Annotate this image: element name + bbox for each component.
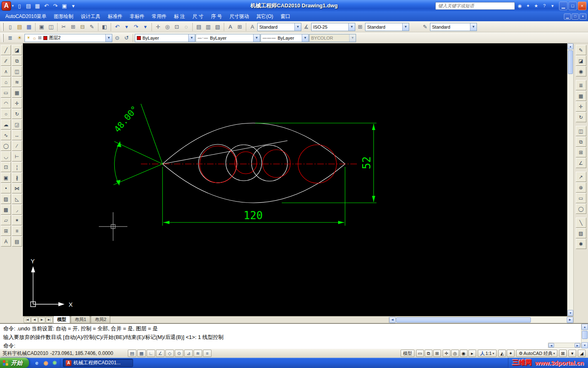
arc-tool[interactable]: ◠ <box>1 98 11 108</box>
extend-tool[interactable]: ⊢ <box>12 151 22 162</box>
scroll-right-button[interactable]: ▶ <box>567 317 573 323</box>
properties-icon[interactable]: ▤ <box>194 22 203 31</box>
chamfer-tool[interactable]: ◺ <box>12 194 22 204</box>
lineweight-toggle[interactable]: ≡ <box>203 350 212 357</box>
line-tool[interactable]: ╱ <box>1 45 11 55</box>
hatch-tool[interactable]: ▨ <box>1 194 11 204</box>
insert-block-tool[interactable]: ⊡ <box>1 162 11 172</box>
region-tool[interactable]: ▱ <box>1 215 11 225</box>
command-prompt-line[interactable]: 命令: <box>3 342 578 348</box>
block-editor-icon[interactable]: ◧ <box>100 22 109 31</box>
coordinates-readout[interactable]: -273.0961, 185.7406, 0.0000 <box>50 350 126 356</box>
menu-standard-parts[interactable]: 标准件 <box>104 12 126 21</box>
command-vscroll-thumb[interactable] <box>582 331 588 339</box>
vscroll-thumb[interactable] <box>568 50 573 74</box>
move-view-icon[interactable]: ✛ <box>576 101 586 112</box>
qat-open-icon[interactable]: ▤ <box>24 2 33 10</box>
redo-icon[interactable]: ↷ <box>131 22 140 31</box>
point-tool[interactable]: • <box>1 183 11 193</box>
command-scroll-left-button[interactable]: ◀ <box>548 343 554 348</box>
tab-layout2[interactable]: 布局2 <box>91 316 110 323</box>
menu-dimension-drive[interactable]: 尺寸驱动 <box>226 12 253 21</box>
communication-center-icon[interactable]: ✦ <box>524 2 532 9</box>
msn-quicklaunch-icon[interactable]: ❋ <box>51 359 58 367</box>
menu-dimension[interactable]: 尺 寸 <box>189 12 207 21</box>
redline-circle-icon[interactable]: ◉ <box>576 66 586 76</box>
model-space-button[interactable]: 模型 <box>401 350 414 357</box>
qat-menu-arrow-icon[interactable]: ▾ <box>69 2 78 10</box>
undo-icon[interactable]: ↶ <box>113 22 122 31</box>
qat-undo-icon[interactable]: ↶ <box>42 2 51 10</box>
leader-icon[interactable]: ↗ <box>576 172 586 182</box>
osnap-toggle[interactable]: ◇ <box>165 350 174 357</box>
pan-icon[interactable]: ✛ <box>154 22 163 31</box>
paste-icon[interactable]: ⊟ <box>78 22 87 31</box>
gradient-tool[interactable]: ▩ <box>1 204 11 215</box>
hatch-icon[interactable]: ▨ <box>576 228 586 238</box>
regen-icon[interactable]: ↻ <box>576 112 586 122</box>
print-icon[interactable]: ▣ <box>37 22 46 31</box>
rectangle-tool[interactable]: ▭ <box>1 88 11 98</box>
qat-save-icon[interactable]: ▦ <box>33 2 42 10</box>
combo-arrow-icon[interactable]: ▼ <box>188 34 195 42</box>
open-file-icon[interactable]: ▤ <box>15 22 24 31</box>
scroll-up-button[interactable]: ▲ <box>568 43 573 49</box>
text-style-combo[interactable]: Standard ▼ <box>257 23 301 31</box>
qat-print-icon[interactable]: ▣ <box>60 2 69 10</box>
status-menu-button[interactable]: ▾ <box>568 350 576 357</box>
ellipse-arc-tool[interactable]: ◡ <box>1 151 11 162</box>
print-preview-icon[interactable]: ◫ <box>47 22 56 31</box>
toolbar-lock-button[interactable]: ⊠ <box>559 350 567 357</box>
revision-cloud-tool[interactable]: ☁ <box>1 119 11 130</box>
vscroll-track[interactable] <box>568 49 573 310</box>
break-tool[interactable]: ∦ <box>12 173 22 183</box>
sketch-icon[interactable]: ✎ <box>576 45 586 55</box>
combo-arrow-icon[interactable]: ▼ <box>302 34 308 42</box>
construction-line-tool[interactable]: ∕∕ <box>1 56 11 66</box>
layout-icon[interactable]: ▭ <box>416 350 424 357</box>
combo-arrow-icon[interactable]: ▼ <box>294 23 301 31</box>
ortho-toggle[interactable]: ∟ <box>147 350 155 357</box>
menu-browser-arrow-icon[interactable]: ▾ <box>12 4 14 8</box>
trim-tool[interactable]: ∕ <box>12 141 22 151</box>
array-tool[interactable]: ▦ <box>12 88 22 98</box>
stretch-tool[interactable]: ↔ <box>12 130 22 140</box>
drawing-canvas[interactable]: 48.00° 52 120 <box>23 43 567 316</box>
make-block-tool[interactable]: ▣ <box>1 173 11 183</box>
designcenter-icon[interactable]: ▥ <box>204 22 213 31</box>
autocad-logo[interactable]: A <box>2 1 11 11</box>
layer-properties-icon[interactable]: ≣ <box>6 34 15 43</box>
cut-icon[interactable]: ✂ <box>59 22 68 31</box>
menu-autocad2010[interactable]: AutoCAD2010菜单 <box>2 12 50 21</box>
table-style-combo[interactable]: Standard ▼ <box>365 23 409 31</box>
menu-nonstandard-parts[interactable]: 非标件 <box>126 12 148 21</box>
mtext-tool[interactable]: A <box>1 236 11 247</box>
tab-last-button[interactable]: ▶| <box>46 317 53 323</box>
combo-arrow-icon[interactable]: ▼ <box>105 34 112 42</box>
menu-annotate[interactable]: 标 注 <box>170 12 189 21</box>
favorites-star-icon[interactable]: ★ <box>532 2 540 9</box>
combo-arrow-icon[interactable]: ▼ <box>470 23 477 31</box>
close-button[interactable]: × <box>578 2 586 10</box>
workspace-switcher[interactable]: ⚙ AutoCAD 经典 ▾ <box>516 350 557 357</box>
align-tool[interactable]: ≡ <box>12 226 22 236</box>
media-player-quicklaunch-icon[interactable]: ◉ <box>42 359 49 367</box>
command-scroll-down-button[interactable]: ▼ <box>581 342 588 348</box>
center-mark-icon[interactable]: ⊕ <box>576 182 586 193</box>
dim-style-combo[interactable]: ISO-25 ▼ <box>311 23 355 31</box>
table-tool[interactable]: ⊞ <box>1 226 11 236</box>
command-scroll-up-button[interactable]: ▲ <box>581 324 588 330</box>
make-object-layer-current-icon[interactable]: ⊙ <box>113 34 122 43</box>
qat-redo-icon[interactable]: ↷ <box>51 2 60 10</box>
rotate-tool[interactable]: ↻ <box>12 109 22 119</box>
grid-toggle[interactable]: ▦ <box>137 350 146 357</box>
erase-icon[interactable]: ◪ <box>576 56 586 66</box>
toolbar-grip[interactable] <box>2 34 4 42</box>
annotation-visibility-icon[interactable]: ◭ <box>498 350 506 357</box>
zoom-window-icon[interactable]: ⊡ <box>172 22 181 31</box>
quickview-layouts-icon[interactable]: ⧉ <box>425 350 432 357</box>
maximize-button[interactable]: □ <box>568 2 577 10</box>
viewport-icon[interactable]: ◫ <box>576 126 586 136</box>
clean-screen-button[interactable]: ◢ <box>578 350 586 357</box>
erase-tool[interactable]: ◪ <box>12 45 22 55</box>
